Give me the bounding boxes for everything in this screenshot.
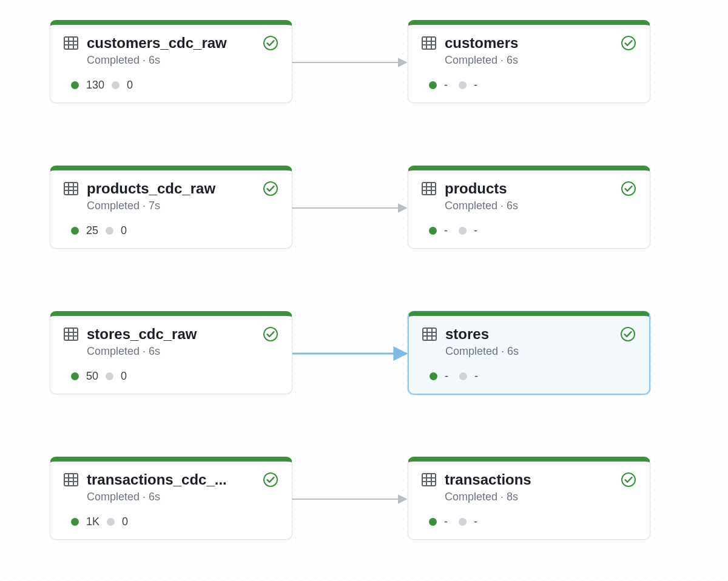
table-icon <box>422 327 437 341</box>
metric-dot-gray <box>106 372 113 380</box>
check-circle-icon <box>263 326 278 342</box>
metric-dot-green <box>429 81 437 89</box>
node-title: stores <box>445 326 612 343</box>
svg-point-35 <box>621 327 635 341</box>
check-circle-icon <box>263 35 278 51</box>
metric-dot-gray <box>107 518 115 526</box>
metric-gray-value: 0 <box>121 370 128 383</box>
status-check-icon <box>263 35 278 51</box>
svg-point-23 <box>622 182 635 195</box>
pipeline-node-products[interactable]: products Completed · 6s - - <box>408 166 650 249</box>
svg-rect-42 <box>422 474 436 486</box>
pipeline-node-transactions[interactable]: transactions Completed · 8s - - <box>408 457 650 540</box>
node-title: stores_cdc_raw <box>87 326 254 343</box>
node-metrics: 130 0 <box>71 79 278 92</box>
table-icon <box>422 473 436 486</box>
check-circle-icon <box>620 326 636 342</box>
svg-point-29 <box>264 327 277 341</box>
node-title: customers <box>445 35 612 52</box>
metric-green-value: - <box>444 516 451 528</box>
svg-rect-30 <box>423 328 436 340</box>
node-status: Completed · 7s <box>87 200 278 212</box>
table-icon <box>64 327 78 341</box>
metric-green-value: - <box>444 224 451 237</box>
metric-gray-value: - <box>474 224 481 237</box>
svg-rect-24 <box>64 328 78 340</box>
metric-dot-green <box>430 372 437 380</box>
metric-gray-value: - <box>474 370 482 383</box>
metric-green-value: 130 <box>86 79 104 92</box>
node-status: Completed · 6s <box>445 54 636 67</box>
node-title: transactions <box>445 471 612 488</box>
node-metrics: - - <box>429 79 636 92</box>
pipeline-node-stores_cdc_raw[interactable]: stores_cdc_raw Completed · 6s 50 0 <box>50 311 292 394</box>
table-icon <box>422 36 436 50</box>
check-circle-icon <box>621 181 636 196</box>
metric-dot-green <box>71 372 79 380</box>
check-circle-icon <box>263 181 278 196</box>
node-metrics: 50 0 <box>71 370 278 383</box>
svg-rect-6 <box>422 37 436 49</box>
svg-rect-36 <box>64 474 78 486</box>
node-status: Completed · 6s <box>87 491 278 503</box>
pipeline-node-transactions_cdc_raw[interactable]: transactions_cdc_... Completed · 6s 1K 0 <box>50 457 292 540</box>
node-metrics: - - <box>430 370 636 383</box>
status-check-icon <box>263 326 278 342</box>
node-metrics: - - <box>429 516 636 528</box>
node-status: Completed · 6s <box>445 345 636 358</box>
svg-point-17 <box>264 182 277 195</box>
metric-dot-gray <box>459 518 467 526</box>
svg-point-5 <box>264 36 277 50</box>
metric-dot-green <box>71 81 79 89</box>
table-icon <box>64 327 78 341</box>
table-icon <box>422 182 436 195</box>
check-circle-icon <box>621 472 636 488</box>
table-icon <box>64 36 78 50</box>
node-metrics: - - <box>429 224 636 237</box>
metric-dot-gray <box>106 227 113 235</box>
node-title: products <box>445 180 612 197</box>
check-circle-icon <box>263 472 278 488</box>
svg-point-47 <box>622 473 635 486</box>
metric-green-value: 50 <box>86 370 98 383</box>
svg-point-11 <box>622 36 635 50</box>
node-title: transactions_cdc_... <box>87 471 254 488</box>
metric-gray-value: - <box>474 516 481 528</box>
table-icon <box>64 473 78 486</box>
node-title: products_cdc_raw <box>87 180 254 197</box>
node-status: Completed · 6s <box>445 200 636 212</box>
metric-dot-green <box>429 227 437 235</box>
node-metrics: 25 0 <box>71 224 278 237</box>
pipeline-node-stores[interactable]: stores Completed · 6s - - <box>408 311 650 395</box>
svg-rect-12 <box>64 183 78 195</box>
metric-green-value: 25 <box>86 224 98 237</box>
pipeline-node-customers[interactable]: customers Completed · 6s - - <box>408 20 650 103</box>
node-status: Completed · 6s <box>87 54 278 67</box>
node-title: customers_cdc_raw <box>87 35 254 52</box>
pipeline-graph-canvas[interactable]: customers_cdc_raw Completed · 6s 130 0 c… <box>0 0 728 581</box>
metric-gray-value: - <box>474 79 481 92</box>
metric-dot-green <box>429 518 437 526</box>
svg-rect-0 <box>64 37 78 49</box>
metric-green-value: - <box>445 370 452 383</box>
pipeline-node-products_cdc_raw[interactable]: products_cdc_raw Completed · 7s 25 0 <box>50 166 292 249</box>
table-icon <box>64 473 78 486</box>
node-metrics: 1K 0 <box>71 516 278 528</box>
status-check-icon <box>621 472 636 488</box>
table-icon <box>422 182 436 195</box>
status-check-icon <box>620 326 636 342</box>
status-check-icon <box>263 181 278 196</box>
status-check-icon <box>621 181 636 196</box>
metric-gray-value: 0 <box>121 224 128 237</box>
metric-green-value: - <box>444 79 451 92</box>
node-status: Completed · 8s <box>445 491 636 503</box>
table-icon <box>64 182 78 195</box>
metric-dot-gray <box>459 227 467 235</box>
metric-dot-gray <box>112 81 120 89</box>
pipeline-node-customers_cdc_raw[interactable]: customers_cdc_raw Completed · 6s 130 0 <box>50 20 292 103</box>
table-icon <box>422 327 437 341</box>
metric-gray-value: 0 <box>127 79 134 92</box>
metric-gray-value: 0 <box>122 516 129 528</box>
metric-dot-gray <box>459 372 467 380</box>
table-icon <box>422 473 436 486</box>
